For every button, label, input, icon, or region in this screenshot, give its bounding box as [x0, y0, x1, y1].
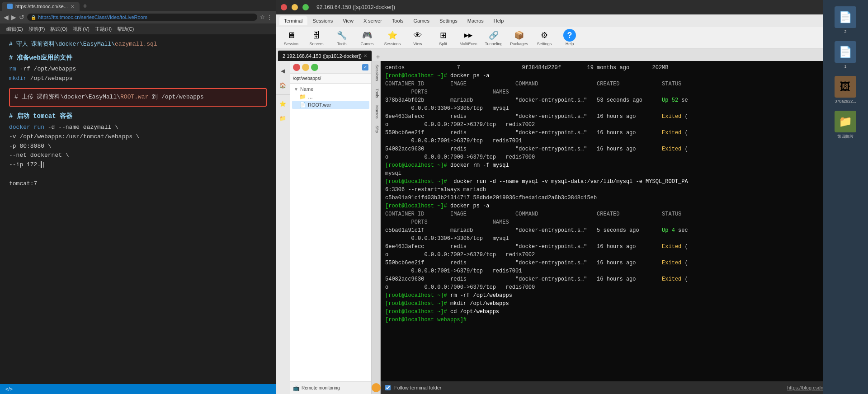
desktop-icons-area: 📄 2 📄 1 🖼 378a2922... 📁 第四阶段: [823, 0, 868, 394]
win-min-button[interactable]: [292, 4, 298, 10]
ribbon-area: Terminal Sessions View X server Tools Ga…: [276, 14, 868, 48]
win-close-button[interactable]: [281, 4, 287, 10]
desktop-icon-3-label: 378a2922...: [835, 99, 856, 103]
file-item-rootwar[interactable]: 📄 ROOT.war: [292, 101, 369, 109]
menu-help[interactable]: 帮助(C): [114, 25, 137, 33]
sidebar-sftp-icon[interactable]: 📁: [277, 112, 289, 125]
fb-action-btn[interactable]: ✓: [362, 64, 368, 70]
file-item-dot[interactable]: 📁 …: [292, 93, 369, 101]
ribbon-tool-settings[interactable]: ⚙ Settings: [533, 27, 556, 48]
desktop-icon-3[interactable]: 🖼 378a2922...: [833, 74, 858, 105]
fb-close-btn[interactable]: [293, 64, 300, 71]
back-button[interactable]: ◀: [4, 14, 9, 21]
ribbon-tool-sessions[interactable]: ⭐ Sessions: [381, 27, 404, 48]
terminal-footer: Follow terminal folder https://blog.csdn…: [381, 381, 868, 394]
ribbon-tab-sessions[interactable]: Sessions: [308, 16, 338, 25]
ribbon-tab-terminal[interactable]: Terminal: [279, 16, 307, 25]
ribbon-tool-split[interactable]: ⊞ Split: [431, 27, 455, 48]
session-tab-close-icon[interactable]: ✕: [363, 53, 367, 58]
add-session-tab-button[interactable]: ＋: [373, 53, 383, 61]
code-docker-run: docker run -d --name eazymall \: [9, 123, 267, 132]
mobaxtm-sidebar: ◀ 🏠 ⭐ 📁: [276, 61, 290, 394]
ribbon-tab-macros[interactable]: Macros: [463, 16, 488, 25]
ribbon-tool-tunneling[interactable]: 🔗 Tunneling: [482, 27, 505, 48]
ribbon-tool-multiexec[interactable]: ▶▶ MultiExec: [457, 27, 480, 48]
terminal-content[interactable]: centos 7 9f38484d220f 19 months ago 202M…: [381, 61, 868, 381]
desktop-icon-3-img: 🖼: [835, 76, 856, 98]
settings-label: Settings: [537, 42, 552, 46]
terminal-line: [root@localhost ~]# mkdir /opt/webapps: [385, 300, 863, 308]
ribbon-tab-games[interactable]: Games: [409, 16, 434, 25]
refresh-button[interactable]: ↺: [19, 14, 24, 21]
fb-min-btn[interactable]: [302, 64, 309, 71]
ribbon-tool-session[interactable]: 🖥 Session: [279, 27, 303, 48]
ribbon-tab-help[interactable]: Help: [489, 16, 509, 25]
desktop-icon-4[interactable]: 📁 第四阶段: [833, 109, 858, 141]
address-bar[interactable]: 🔒 https://tts.tmooc.cn/seriesClassVideo/…: [27, 14, 257, 21]
desktop-icon-2[interactable]: 📄 1: [833, 39, 858, 70]
mobaxtm-workspace: ◀ 🏠 ⭐ 📁 ✓: [276, 61, 868, 394]
sidebar-left-arrow[interactable]: ◀: [277, 65, 289, 77]
file-browser-footer: 📺 Remote monitoring: [290, 381, 371, 394]
mobaxtm-titlebar: 92.168.64.150 ([sp1012-docker]): [276, 0, 868, 14]
desktop-icon-1[interactable]: 📄 2: [833, 5, 858, 36]
new-tab-button[interactable]: ＋: [81, 1, 89, 11]
vert-label-macros[interactable]: Macros: [372, 102, 380, 122]
desktop-icon-2-label: 1: [844, 64, 846, 69]
sidebar-home-icon[interactable]: 🏠: [277, 79, 289, 92]
vert-label-tools[interactable]: Tools: [372, 85, 380, 102]
ribbon-tool-servers[interactable]: 🗄 Servers: [305, 27, 328, 48]
fb-max-btn[interactable]: [311, 64, 318, 71]
packages-icon: 📦: [512, 29, 526, 42]
bookmark-icon[interactable]: ☆: [260, 14, 265, 20]
ribbon-tool-tools[interactable]: 🔧 Tools: [330, 27, 354, 48]
ribbon-tool-games[interactable]: 🎮 Games: [355, 27, 379, 48]
ribbon-tab-settings[interactable]: Settings: [435, 16, 462, 25]
terminal-line: 0.0.0.0:3306->3306/tcp mysql: [385, 235, 863, 243]
help-icon: ?: [563, 29, 576, 42]
win-max-button[interactable]: [302, 4, 309, 10]
terminal-line: 0.0.0.0:3306->3306/tcp mysql: [385, 104, 863, 113]
menu-theme[interactable]: 主题(H): [92, 25, 114, 33]
follow-terminal-folder-checkbox[interactable]: [385, 385, 391, 390]
vert-label-sftp[interactable]: Sftp: [372, 122, 380, 136]
terminal-line: [root@localhost ~]# docker run -d --name…: [385, 178, 863, 186]
terminal-line: [root@localhost ~]# docker ps -a: [385, 202, 863, 210]
ribbon-tool-view[interactable]: 👁 View: [406, 27, 429, 48]
file-path-bar: /opt/webapps/: [290, 74, 371, 84]
ribbon-tabs: Terminal Sessions View X server Tools Ga…: [276, 14, 868, 27]
ribbon-tab-view[interactable]: View: [338, 16, 358, 25]
terminal-line: o 0.0.0.0:7002->6379/tcp redis7002: [385, 251, 863, 259]
tab-close-icon[interactable]: ✕: [71, 4, 74, 9]
menu-view[interactable]: 视图(V): [70, 25, 92, 33]
tunneling-icon: 🔗: [486, 29, 501, 42]
menu-para[interactable]: 段落(P): [26, 25, 48, 33]
split-label: Split: [439, 42, 447, 46]
vert-status-dot: [372, 383, 381, 392]
vert-label-sessions[interactable]: Sessions: [372, 61, 380, 85]
ribbon-tool-help[interactable]: ? Help: [558, 27, 581, 48]
remote-monitoring-label[interactable]: Remote monitoring: [302, 385, 340, 390]
menu-edit[interactable]: 编辑(E): [4, 25, 26, 33]
forward-button[interactable]: ▶: [11, 14, 16, 21]
code-net: --net dockernet \: [9, 151, 267, 160]
split-icon: ⊞: [436, 29, 450, 42]
file-expand-toggle[interactable]: ▼ Name: [292, 85, 369, 93]
editor-content[interactable]: # 守人 课前资料\docker\EasyMall\eazymall.sql #…: [0, 34, 276, 384]
editor-statusbar: </>: [0, 384, 276, 394]
browser-tab-active[interactable]: https://tts.tmooc.cn/se... ✕: [2, 2, 80, 11]
terminal-line: [root@localhost ~]# rm -rf /opt/webapps: [385, 291, 863, 300]
file-path-text: /opt/webapps/: [293, 76, 321, 81]
menu-icon[interactable]: ⋮: [267, 14, 272, 20]
terminal-area[interactable]: centos 7 9f38484d220f 19 months ago 202M…: [381, 61, 868, 394]
ribbon-tool-packages[interactable]: 📦 Packages: [507, 27, 531, 48]
menu-format[interactable]: 格式(O): [47, 25, 70, 33]
sidebar-sessions-icon[interactable]: ⭐: [277, 98, 289, 110]
session-tab-active[interactable]: 2 192.168.64.150 ([sp1012-docker]) ✕: [278, 50, 372, 61]
ribbon-tab-tools[interactable]: Tools: [387, 16, 408, 25]
terminal-line: 54082acc9630 redis "docker-entrypoint.s……: [385, 145, 863, 153]
remote-monitoring-icon: 📺: [293, 385, 300, 391]
ribbon-tab-xserver[interactable]: X server: [359, 16, 387, 25]
file-browser-header: ✓: [290, 61, 371, 74]
terminal-line: c5ba01a91c1f mariadb "docker-entrypoint.…: [385, 226, 863, 235]
